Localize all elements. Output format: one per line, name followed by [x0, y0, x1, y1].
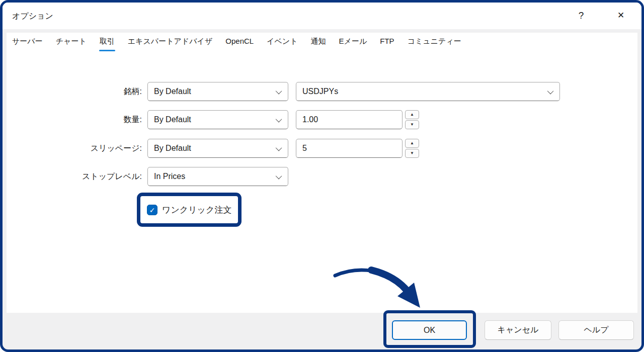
- dialog-title: オプション: [12, 3, 53, 29]
- help-button[interactable]: ヘルプ: [558, 320, 634, 340]
- chevron-down-icon: [276, 116, 282, 122]
- stoplevel-select[interactable]: In Prices: [147, 167, 288, 186]
- tab-notifications[interactable]: 通知: [304, 35, 333, 52]
- ok-button[interactable]: OK: [392, 320, 467, 340]
- slippage-mode-value: By Default: [154, 144, 272, 153]
- symbol-label: 銘柄:: [31, 82, 142, 101]
- spinner-down-icon[interactable]: ▼: [405, 149, 419, 158]
- dialog-body: オプション ? ✕ サーバー チャート 取引 エキスパートアドバイザ OpenC…: [3, 3, 641, 349]
- volume-spinner: ▲ ▼: [405, 110, 419, 129]
- chevron-down-icon: [276, 87, 282, 94]
- spinner-up-icon[interactable]: ▲: [405, 110, 419, 119]
- volume-input[interactable]: 1.00: [296, 110, 403, 129]
- volume-mode-select[interactable]: By Default: [147, 110, 288, 129]
- slippage-mode-select[interactable]: By Default: [147, 139, 288, 158]
- tab-server[interactable]: サーバー: [6, 35, 49, 52]
- chevron-down-icon: [276, 144, 282, 151]
- tab-trade[interactable]: 取引: [93, 35, 121, 52]
- symbol-value-select[interactable]: USDJPYs: [296, 82, 560, 101]
- symbol-mode-select[interactable]: By Default: [147, 82, 288, 101]
- slippage-value: 5: [302, 144, 307, 153]
- volume-value: 1.00: [302, 115, 318, 124]
- tab-events[interactable]: イベント: [260, 35, 304, 52]
- slippage-input[interactable]: 5: [296, 139, 403, 158]
- spinner-down-icon[interactable]: ▼: [405, 120, 419, 129]
- tab-ftp[interactable]: FTP: [373, 35, 400, 51]
- one-click-checkbox[interactable]: ✓: [147, 205, 157, 215]
- tab-charts[interactable]: チャート: [49, 35, 93, 52]
- chevron-down-icon: [276, 172, 282, 179]
- slippage-spinner: ▲ ▼: [405, 139, 419, 158]
- chevron-down-icon: [547, 87, 554, 94]
- tab-opencl[interactable]: OpenCL: [219, 35, 260, 51]
- options-dialog: オプション ? ✕ サーバー チャート 取引 エキスパートアドバイザ OpenC…: [0, 0, 644, 352]
- spinner-up-icon[interactable]: ▲: [405, 139, 419, 148]
- title-bar: オプション ? ✕: [3, 3, 641, 29]
- symbol-value: USDJPYs: [302, 87, 544, 96]
- stoplevel-label: ストップレベル:: [31, 167, 142, 186]
- tab-expert-advisors[interactable]: エキスパートアドバイザ: [121, 35, 219, 52]
- one-click-label: ワンクリック注文: [162, 204, 231, 216]
- volume-mode-value: By Default: [154, 115, 272, 124]
- titlebar-help-button[interactable]: ?: [572, 6, 591, 25]
- volume-label: 数量:: [31, 110, 142, 129]
- check-icon: ✓: [149, 206, 155, 214]
- tab-email[interactable]: Eメール: [333, 35, 374, 52]
- tab-community[interactable]: コミュニティー: [401, 35, 468, 52]
- close-icon[interactable]: ✕: [611, 6, 630, 25]
- tab-bar: サーバー チャート 取引 エキスパートアドバイザ OpenCL イベント 通知 …: [6, 35, 468, 54]
- symbol-mode-value: By Default: [154, 87, 272, 96]
- slippage-label: スリッページ:: [31, 139, 142, 158]
- cancel-button[interactable]: キャンセル: [485, 320, 551, 340]
- stoplevel-value: In Prices: [154, 172, 272, 181]
